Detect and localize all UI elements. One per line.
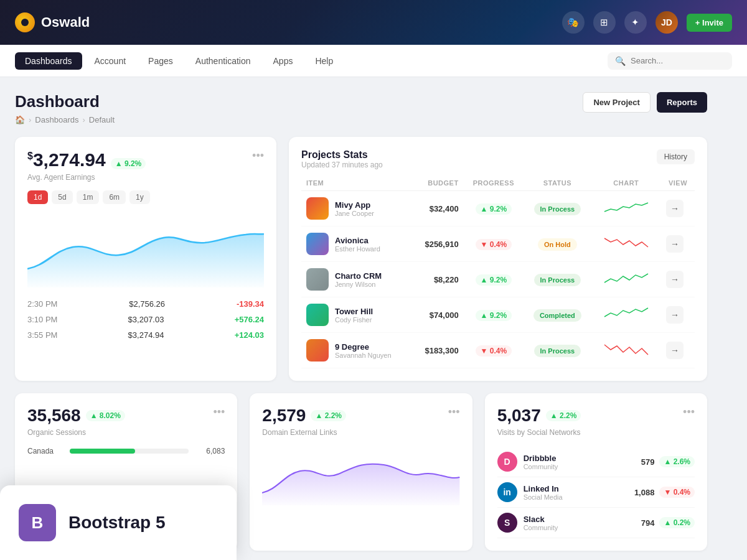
domain-label: Domain External Links [262, 428, 346, 437]
nav-icon-mask[interactable]: 🎭 [562, 11, 585, 34]
project-info-tower: Tower Hill Cody Fisher [335, 307, 373, 324]
nav-pages[interactable]: Pages [138, 52, 183, 70]
social-list: D Dribbble Community 579 ▲ 2.6% in [497, 447, 695, 538]
logo-area: Oswald [15, 12, 90, 32]
earnings-label: Avg. Agent Earnings [27, 173, 146, 182]
projects-table: ITEM BUDGET PROGRESS STATUS CHART VIEW [301, 175, 695, 368]
earnings-amount: $3,274.94 [27, 149, 106, 170]
bootstrap-icon: B [19, 504, 56, 541]
projects-stats-card: Projects Stats Updated 37 minutes ago Hi… [289, 137, 707, 381]
social-networks-card: 5,037 ▲ 2.2% Visits by Social Networks •… [485, 393, 707, 551]
table-row: Charto CRM Jenny Wilson $8,220 ▲ 9.2% In… [301, 262, 695, 297]
social-value-area: 5,037 ▲ 2.2% Visits by Social Networks [497, 406, 581, 437]
nav-authentication[interactable]: Authentication [186, 52, 261, 70]
slack-info: Slack Community [524, 515, 558, 531]
project-info-9degree: 9 Degree Savannah Nguyen [335, 342, 392, 359]
dribbble-icon: D [497, 452, 517, 472]
data-row-2: 3:10 PM $3,207.03 +576.24 [27, 312, 264, 327]
tab-1m[interactable]: 1m [77, 190, 100, 204]
avatar[interactable]: JD [655, 11, 678, 34]
col-status: STATUS [524, 175, 591, 191]
breadcrumb: 🏠 › Dashboards › Default [15, 115, 115, 124]
social-header: 5,037 ▲ 2.2% Visits by Social Networks •… [497, 406, 695, 437]
domain-more-button[interactable]: ••• [448, 406, 460, 419]
slack-icon: S [497, 513, 517, 533]
tab-1d[interactable]: 1d [27, 190, 48, 204]
project-info-avionica: Avionica Esther Howard [335, 236, 380, 253]
project-icon-9degree [306, 339, 329, 362]
col-view: VIEW [661, 175, 695, 191]
project-info-mivy: Mivy App Jane Cooper [335, 200, 374, 217]
nav-dashboards[interactable]: Dashboards [15, 52, 82, 70]
view-button-mivy[interactable]: → [666, 200, 684, 217]
organic-label: Organic Sessions [27, 428, 125, 437]
status-badge: In Process [534, 345, 581, 357]
top-navbar: Oswald 🎭 ⊞ ✦ JD + Invite [0, 0, 747, 45]
linkedin-info: Linked In Social Media [524, 484, 563, 501]
project-item-charto: Charto CRM Jenny Wilson [306, 268, 407, 291]
data-row-1: 2:30 PM $2,756.26 -139.34 [27, 296, 264, 312]
earnings-more-button[interactable]: ••• [252, 149, 264, 162]
view-button-charto[interactable]: → [666, 271, 684, 288]
nav-icon-share[interactable]: ✦ [624, 11, 647, 34]
project-item-avionica: Avionica Esther Howard [306, 233, 407, 255]
domain-header: 2,579 ▲ 2.2% Domain External Links ••• [262, 406, 459, 437]
breadcrumb-default: Default [89, 115, 115, 124]
view-button-9degree[interactable]: → [666, 342, 684, 359]
view-button-tower[interactable]: → [666, 306, 684, 324]
col-budget: BUDGET [412, 175, 463, 191]
nav-account[interactable]: Account [85, 52, 136, 70]
table-row: Avionica Esther Howard $256,910 ▼ 0.4% O… [301, 226, 695, 262]
project-icon-charto [306, 268, 329, 291]
list-item: D Dribbble Community 579 ▲ 2.6% [497, 447, 695, 477]
domain-value-area: 2,579 ▲ 2.2% Domain External Links [262, 406, 346, 437]
organic-map: Canada 6,083 [27, 447, 225, 455]
sparkline-9degree [601, 340, 651, 358]
domain-chart [262, 443, 459, 505]
nav-icon-layout[interactable]: ⊞ [593, 11, 616, 34]
social-more-button[interactable]: ••• [683, 406, 695, 419]
linkedin-icon: in [497, 482, 517, 502]
earnings-header: $3,274.94 ▲ 9.2% Avg. Agent Earnings ••• [27, 149, 264, 182]
sparkline-avionica [601, 233, 651, 252]
tab-6m[interactable]: 6m [103, 190, 126, 204]
earnings-chart [27, 213, 264, 287]
organic-more-button[interactable]: ••• [213, 406, 225, 419]
col-chart: CHART [591, 175, 661, 191]
logo-icon [15, 12, 35, 32]
nav-apps[interactable]: Apps [263, 52, 303, 70]
tab-5d[interactable]: 5d [52, 190, 72, 204]
projects-title-area: Projects Stats Updated 37 minutes ago [301, 149, 383, 169]
new-project-button[interactable]: New Project [583, 92, 650, 113]
domain-badge: ▲ 2.2% [311, 410, 346, 421]
history-button[interactable]: History [657, 149, 695, 164]
organic-header: 35,568 ▲ 8.02% Organic Sessions ••• [27, 406, 225, 437]
social-label: Visits by Social Networks [497, 428, 581, 437]
map-row-canada: Canada 6,083 [27, 447, 225, 455]
col-item: ITEM [301, 175, 412, 191]
page-header-left: Dashboard 🏠 › Dashboards › Default [15, 92, 115, 124]
domain-links-card: 2,579 ▲ 2.2% Domain External Links ••• [250, 393, 472, 551]
invite-button[interactable]: + Invite [687, 14, 732, 32]
reports-button[interactable]: Reports [657, 92, 707, 113]
tab-1y[interactable]: 1y [129, 190, 150, 204]
list-item: S Slack Community 794 ▲ 0.2% [497, 508, 695, 538]
nav-help[interactable]: Help [305, 52, 343, 70]
search-input[interactable] [631, 56, 724, 65]
sparkline-charto [601, 269, 651, 287]
project-icon-mivy [306, 197, 329, 220]
data-row-3: 3:55 PM $3,274.94 +124.03 [27, 327, 264, 343]
project-item-9degree: 9 Degree Savannah Nguyen [306, 339, 407, 362]
sparkline-mivy [601, 198, 651, 217]
domain-number: 2,579 [262, 406, 306, 426]
status-badge: Completed [533, 309, 581, 322]
breadcrumb-dashboards[interactable]: Dashboards [35, 115, 78, 124]
organic-badge: ▲ 8.02% [86, 410, 125, 421]
avatar-img: JD [655, 11, 678, 34]
list-item: in Linked In Social Media 1,088 ▼ 0.4% [497, 477, 695, 508]
bootstrap-overlay: B Bootstrap 5 [0, 485, 237, 560]
view-button-avionica[interactable]: → [666, 235, 684, 253]
search-area: 🔍 [608, 52, 732, 70]
table-row: Mivy App Jane Cooper $32,400 ▲ 9.2% In P… [301, 191, 695, 226]
organic-number: 35,568 [27, 406, 81, 426]
